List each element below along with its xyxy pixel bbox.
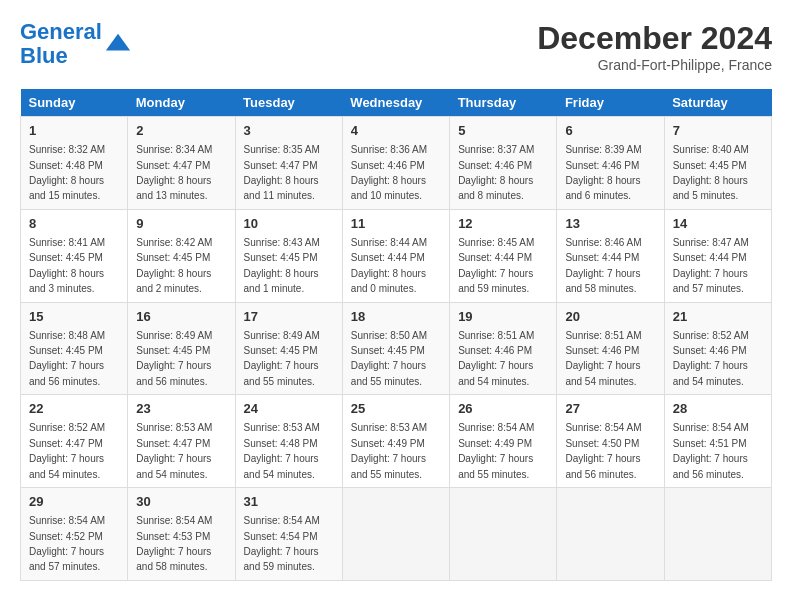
calendar-cell: 9Sunrise: 8:42 AM Sunset: 4:45 PM Daylig… [128, 209, 235, 302]
day-info: Sunrise: 8:48 AM Sunset: 4:45 PM Dayligh… [29, 330, 105, 387]
day-info: Sunrise: 8:41 AM Sunset: 4:45 PM Dayligh… [29, 237, 105, 294]
day-number: 24 [244, 400, 334, 418]
day-number: 14 [673, 215, 763, 233]
calendar-cell: 15Sunrise: 8:48 AM Sunset: 4:45 PM Dayli… [21, 302, 128, 395]
calendar-cell: 1Sunrise: 8:32 AM Sunset: 4:48 PM Daylig… [21, 117, 128, 210]
day-number: 26 [458, 400, 548, 418]
calendar-cell [664, 488, 771, 581]
day-number: 4 [351, 122, 441, 140]
calendar-cell: 24Sunrise: 8:53 AM Sunset: 4:48 PM Dayli… [235, 395, 342, 488]
day-info: Sunrise: 8:49 AM Sunset: 4:45 PM Dayligh… [244, 330, 320, 387]
calendar-week-4: 22Sunrise: 8:52 AM Sunset: 4:47 PM Dayli… [21, 395, 772, 488]
day-info: Sunrise: 8:50 AM Sunset: 4:45 PM Dayligh… [351, 330, 427, 387]
day-number: 10 [244, 215, 334, 233]
day-info: Sunrise: 8:54 AM Sunset: 4:52 PM Dayligh… [29, 515, 105, 572]
calendar-cell [450, 488, 557, 581]
day-number: 15 [29, 308, 119, 326]
day-info: Sunrise: 8:53 AM Sunset: 4:47 PM Dayligh… [136, 422, 212, 479]
day-info: Sunrise: 8:47 AM Sunset: 4:44 PM Dayligh… [673, 237, 749, 294]
calendar-week-2: 8Sunrise: 8:41 AM Sunset: 4:45 PM Daylig… [21, 209, 772, 302]
calendar-cell: 17Sunrise: 8:49 AM Sunset: 4:45 PM Dayli… [235, 302, 342, 395]
logo-text: General Blue [20, 20, 102, 68]
day-number: 5 [458, 122, 548, 140]
calendar-cell [557, 488, 664, 581]
calendar-cell: 31Sunrise: 8:54 AM Sunset: 4:54 PM Dayli… [235, 488, 342, 581]
calendar-table: SundayMondayTuesdayWednesdayThursdayFrid… [20, 89, 772, 581]
day-info: Sunrise: 8:46 AM Sunset: 4:44 PM Dayligh… [565, 237, 641, 294]
calendar-cell: 21Sunrise: 8:52 AM Sunset: 4:46 PM Dayli… [664, 302, 771, 395]
day-info: Sunrise: 8:53 AM Sunset: 4:48 PM Dayligh… [244, 422, 320, 479]
day-number: 21 [673, 308, 763, 326]
day-info: Sunrise: 8:39 AM Sunset: 4:46 PM Dayligh… [565, 144, 641, 201]
calendar-cell: 29Sunrise: 8:54 AM Sunset: 4:52 PM Dayli… [21, 488, 128, 581]
day-info: Sunrise: 8:54 AM Sunset: 4:50 PM Dayligh… [565, 422, 641, 479]
day-header-wednesday: Wednesday [342, 89, 449, 117]
day-number: 29 [29, 493, 119, 511]
day-info: Sunrise: 8:54 AM Sunset: 4:53 PM Dayligh… [136, 515, 212, 572]
day-info: Sunrise: 8:37 AM Sunset: 4:46 PM Dayligh… [458, 144, 534, 201]
day-number: 18 [351, 308, 441, 326]
day-number: 8 [29, 215, 119, 233]
day-number: 6 [565, 122, 655, 140]
calendar-cell: 22Sunrise: 8:52 AM Sunset: 4:47 PM Dayli… [21, 395, 128, 488]
day-info: Sunrise: 8:54 AM Sunset: 4:51 PM Dayligh… [673, 422, 749, 479]
calendar-cell: 3Sunrise: 8:35 AM Sunset: 4:47 PM Daylig… [235, 117, 342, 210]
day-number: 22 [29, 400, 119, 418]
day-number: 20 [565, 308, 655, 326]
calendar-cell: 23Sunrise: 8:53 AM Sunset: 4:47 PM Dayli… [128, 395, 235, 488]
day-header-saturday: Saturday [664, 89, 771, 117]
calendar-cell: 30Sunrise: 8:54 AM Sunset: 4:53 PM Dayli… [128, 488, 235, 581]
day-number: 9 [136, 215, 226, 233]
calendar-cell: 2Sunrise: 8:34 AM Sunset: 4:47 PM Daylig… [128, 117, 235, 210]
calendar-cell: 8Sunrise: 8:41 AM Sunset: 4:45 PM Daylig… [21, 209, 128, 302]
calendar-cell: 20Sunrise: 8:51 AM Sunset: 4:46 PM Dayli… [557, 302, 664, 395]
day-number: 1 [29, 122, 119, 140]
day-info: Sunrise: 8:34 AM Sunset: 4:47 PM Dayligh… [136, 144, 212, 201]
day-info: Sunrise: 8:42 AM Sunset: 4:45 PM Dayligh… [136, 237, 212, 294]
calendar-cell: 4Sunrise: 8:36 AM Sunset: 4:46 PM Daylig… [342, 117, 449, 210]
calendar-cell: 6Sunrise: 8:39 AM Sunset: 4:46 PM Daylig… [557, 117, 664, 210]
day-header-monday: Monday [128, 89, 235, 117]
day-number: 19 [458, 308, 548, 326]
calendar-cell: 28Sunrise: 8:54 AM Sunset: 4:51 PM Dayli… [664, 395, 771, 488]
calendar-cell: 14Sunrise: 8:47 AM Sunset: 4:44 PM Dayli… [664, 209, 771, 302]
calendar-header-row: SundayMondayTuesdayWednesdayThursdayFrid… [21, 89, 772, 117]
day-number: 3 [244, 122, 334, 140]
calendar-cell: 5Sunrise: 8:37 AM Sunset: 4:46 PM Daylig… [450, 117, 557, 210]
day-number: 2 [136, 122, 226, 140]
day-info: Sunrise: 8:51 AM Sunset: 4:46 PM Dayligh… [458, 330, 534, 387]
calendar-week-3: 15Sunrise: 8:48 AM Sunset: 4:45 PM Dayli… [21, 302, 772, 395]
day-number: 25 [351, 400, 441, 418]
day-number: 13 [565, 215, 655, 233]
calendar-cell: 10Sunrise: 8:43 AM Sunset: 4:45 PM Dayli… [235, 209, 342, 302]
day-number: 11 [351, 215, 441, 233]
day-number: 12 [458, 215, 548, 233]
day-info: Sunrise: 8:54 AM Sunset: 4:54 PM Dayligh… [244, 515, 320, 572]
day-info: Sunrise: 8:54 AM Sunset: 4:49 PM Dayligh… [458, 422, 534, 479]
day-info: Sunrise: 8:53 AM Sunset: 4:49 PM Dayligh… [351, 422, 427, 479]
day-header-sunday: Sunday [21, 89, 128, 117]
day-number: 16 [136, 308, 226, 326]
calendar-cell: 19Sunrise: 8:51 AM Sunset: 4:46 PM Dayli… [450, 302, 557, 395]
calendar-cell [342, 488, 449, 581]
svg-marker-0 [106, 34, 130, 51]
day-number: 30 [136, 493, 226, 511]
day-number: 23 [136, 400, 226, 418]
day-number: 31 [244, 493, 334, 511]
calendar-cell: 27Sunrise: 8:54 AM Sunset: 4:50 PM Dayli… [557, 395, 664, 488]
calendar-week-1: 1Sunrise: 8:32 AM Sunset: 4:48 PM Daylig… [21, 117, 772, 210]
day-number: 17 [244, 308, 334, 326]
day-number: 7 [673, 122, 763, 140]
day-number: 28 [673, 400, 763, 418]
calendar-week-5: 29Sunrise: 8:54 AM Sunset: 4:52 PM Dayli… [21, 488, 772, 581]
day-header-tuesday: Tuesday [235, 89, 342, 117]
day-info: Sunrise: 8:52 AM Sunset: 4:46 PM Dayligh… [673, 330, 749, 387]
logo: General Blue [20, 20, 132, 68]
calendar-cell: 11Sunrise: 8:44 AM Sunset: 4:44 PM Dayli… [342, 209, 449, 302]
day-info: Sunrise: 8:44 AM Sunset: 4:44 PM Dayligh… [351, 237, 427, 294]
day-info: Sunrise: 8:51 AM Sunset: 4:46 PM Dayligh… [565, 330, 641, 387]
day-info: Sunrise: 8:52 AM Sunset: 4:47 PM Dayligh… [29, 422, 105, 479]
calendar-cell: 16Sunrise: 8:49 AM Sunset: 4:45 PM Dayli… [128, 302, 235, 395]
calendar-cell: 26Sunrise: 8:54 AM Sunset: 4:49 PM Dayli… [450, 395, 557, 488]
month-title: December 2024 [537, 20, 772, 57]
